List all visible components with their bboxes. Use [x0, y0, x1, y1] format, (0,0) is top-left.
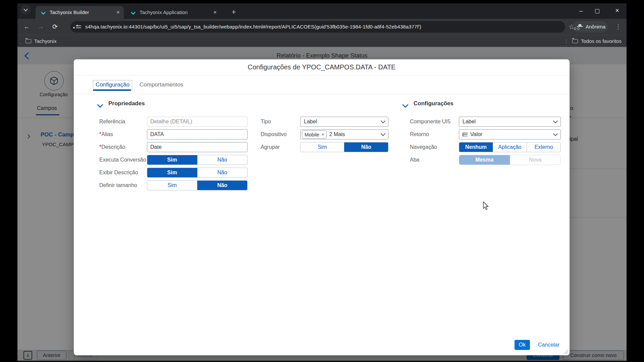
divider — [74, 75, 570, 75]
more-tokens-label: 2 Mais — [329, 131, 381, 137]
alias-input[interactable] — [147, 129, 248, 139]
field-label-definir-tamanho: Definir tamanho — [99, 180, 137, 190]
label-text: Descrição — [101, 144, 125, 150]
field-label-tipo: Tipo — [261, 117, 271, 127]
chevron-down-icon — [381, 131, 385, 136]
selected-tab-underline — [93, 89, 131, 91]
field-label-aba: Aba — [410, 155, 419, 165]
field-label-agrupar: Agrupar — [261, 142, 280, 152]
url-text[interactable]: s4hqa.tachyonix.io:44301/sap/bc/ui5_ui5/… — [85, 21, 421, 33]
remove-token-icon[interactable]: × — [321, 132, 324, 137]
dispositivo-multicombobox[interactable]: Mobile× 2 Mais — [300, 129, 388, 139]
segment-nao[interactable]: Não — [344, 142, 388, 152]
navegacao-segmented: Nenhum Aplicação Externo — [459, 142, 561, 152]
collapse-section-icon[interactable] — [97, 102, 103, 108]
field-label-retorno: Retorno — [410, 129, 429, 139]
selected-value: Valor — [470, 131, 554, 137]
browser-tab-inactive[interactable]: Tachyonix Application × — [125, 6, 221, 19]
close-window-icon[interactable]: × — [613, 7, 621, 14]
segment-aplicacao[interactable]: Aplicação — [493, 142, 527, 152]
bookmark-label: Tachyonix — [34, 38, 57, 44]
tipo-select[interactable]: Label — [300, 117, 388, 127]
definir-tamanho-segmented: Sim Não — [147, 180, 248, 190]
minimize-window-icon[interactable]: – — [577, 7, 585, 14]
menu-kebab-icon[interactable]: ⋮ — [615, 19, 621, 35]
token-mobile[interactable]: Mobile× — [302, 130, 327, 138]
tab-title: Tachyonix Builder — [50, 6, 89, 19]
segment-sim[interactable]: Sim — [147, 181, 197, 190]
field-label-descricao: *Descrição — [99, 142, 125, 152]
profile-label: Anônima — [586, 21, 605, 33]
section-title-configuracoes: Configurações — [414, 100, 453, 107]
field-label-exibir-descricao: Exibir Descrição — [99, 168, 138, 178]
chevron-down-icon — [381, 119, 385, 123]
collapse-section-icon[interactable] — [402, 102, 408, 108]
segment-nova: Nova — [510, 155, 561, 165]
section-title-propriedades: Propriedades — [108, 100, 145, 107]
address-bar[interactable]: s4hqa.tachyonix.io:44301/sap/bc/ui5_ui5/… — [70, 21, 565, 33]
close-tab-icon[interactable]: × — [213, 6, 217, 19]
close-tab-icon[interactable]: × — [116, 6, 120, 19]
tab-search-button[interactable] — [21, 5, 31, 15]
segment-nao[interactable]: Não — [197, 181, 248, 190]
chevron-down-icon — [23, 7, 28, 11]
forward-icon[interactable]: → — [38, 19, 44, 35]
settings-dialog: Configurações de YPOC_CAMPOS.DATA - DATE… — [74, 59, 570, 355]
segment-externo[interactable]: Externo — [527, 142, 560, 152]
aba-segmented: Mesma Nova — [459, 155, 561, 165]
field-label-referencia: Referência — [99, 117, 125, 127]
ok-button[interactable]: Ok — [515, 340, 530, 350]
field-label-executa-conversao: Executa Conversão — [99, 155, 146, 165]
dialog-footer: Ok Cancelar — [515, 340, 561, 350]
all-bookmarks-button[interactable]: Todos os favoritos — [572, 38, 622, 44]
field-label-navegacao: Navegação — [410, 142, 437, 152]
retorno-select[interactable]: Valor — [459, 129, 561, 139]
bookmarks-bar: Tachyonix Todos os favoritos — [17, 35, 627, 47]
dialog-tab-comportamentos[interactable]: Comportamentos — [140, 80, 183, 89]
incognito-badge[interactable]: Anônima — [573, 21, 608, 33]
field-label-alias: *Alias — [99, 129, 113, 139]
field-label-componente-ui5: Componente UI5 — [410, 117, 450, 127]
selected-value: Label — [304, 119, 381, 125]
selected-value: Label — [463, 119, 554, 125]
new-tab-button[interactable]: + — [228, 6, 239, 19]
back-icon[interactable]: ← — [23, 19, 30, 35]
exibir-descricao-segmented: Sim Não — [147, 168, 248, 178]
segment-nao[interactable]: Não — [197, 155, 248, 165]
referencia-input — [147, 117, 248, 127]
bookmark-folder-tachyonix[interactable]: Tachyonix — [25, 38, 57, 44]
token-label: Mobile — [305, 132, 319, 137]
executa-conversao-segmented: Sim Não — [147, 155, 248, 165]
tab-title: Tachyonix Application — [140, 6, 187, 19]
descricao-input[interactable] — [147, 142, 248, 152]
segment-sim[interactable]: Sim — [147, 155, 197, 165]
label-text: Alias — [101, 131, 113, 137]
agrupar-segmented: Sim Não — [300, 142, 388, 152]
browser-toolbar: ← → ⟳ s4hqa.tachyonix.io:44301/sap/bc/ui… — [17, 19, 627, 35]
cancel-button[interactable]: Cancelar — [536, 342, 561, 348]
dialog-title: Configurações de YPOC_CAMPOS.DATA - DATE — [74, 63, 570, 71]
dialog-tab-configuracao[interactable]: Configuração — [93, 80, 132, 89]
divider — [74, 94, 570, 94]
chevron-down-icon — [553, 119, 558, 123]
chevron-down-icon — [553, 131, 558, 136]
componente-ui5-select[interactable]: Label — [459, 117, 561, 127]
field-label-dispositivo: Dispositivo — [261, 129, 286, 139]
segment-sim[interactable]: Sim — [147, 168, 197, 177]
segment-nao[interactable]: Não — [197, 168, 248, 177]
reload-icon[interactable]: ⟳ — [52, 19, 58, 35]
mouse-cursor — [482, 201, 490, 210]
resize-grip[interactable] — [562, 348, 568, 354]
value-list-icon — [463, 133, 468, 136]
folder-icon — [572, 39, 578, 43]
segment-sim[interactable]: Sim — [301, 142, 344, 152]
browser-tab-strip: Tachyonix Builder × Tachyonix Applicatio… — [17, 3, 627, 19]
all-bookmarks-label: Todos os favoritos — [581, 38, 622, 44]
browser-tab-active[interactable]: Tachyonix Builder × — [36, 6, 124, 19]
segment-mesma: Mesma — [459, 155, 510, 165]
restore-window-icon[interactable] — [595, 9, 599, 13]
bookmarks-divider — [566, 39, 567, 44]
segment-nenhum[interactable]: Nenhum — [459, 142, 493, 152]
folder-icon — [25, 39, 31, 43]
